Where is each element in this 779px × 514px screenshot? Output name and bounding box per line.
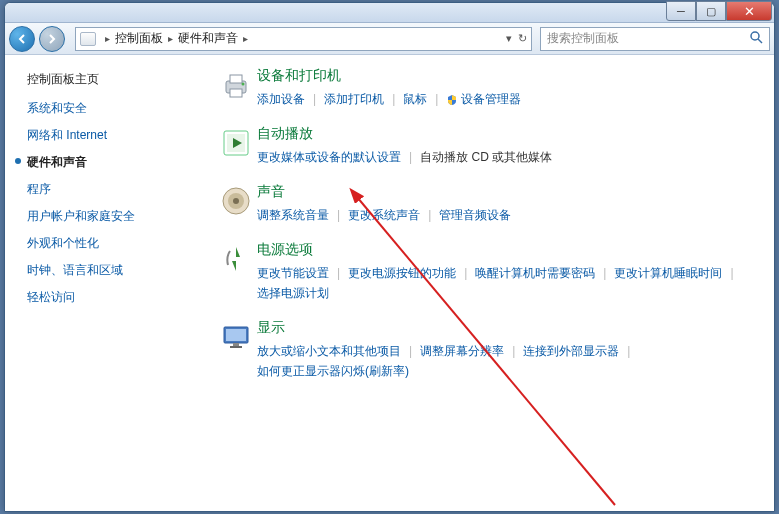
link-1-2: 自动播放 CD 或其他媒体 bbox=[420, 147, 552, 167]
svg-point-11 bbox=[233, 198, 239, 204]
main-panel: 设备和打印机添加设备|添加打印机|鼠标|设备管理器自动播放更改媒体或设备的默认设… bbox=[195, 55, 774, 511]
search-placeholder: 搜索控制面板 bbox=[547, 30, 619, 47]
breadcrumb-root[interactable]: 控制面板 bbox=[115, 30, 163, 47]
nav-back-button[interactable] bbox=[9, 26, 35, 52]
arrow-left-icon bbox=[16, 33, 28, 45]
control-panel-window: ─ ▢ ✕ ▸ 控制面板 ▸ 硬件和声音 ▸ ▾ ↻ 搜索控制面板 bbox=[4, 2, 775, 512]
link-0-0[interactable]: 添加设备 bbox=[257, 89, 305, 109]
autoplay-icon bbox=[215, 125, 257, 167]
separator: | bbox=[504, 341, 523, 361]
link-2-2[interactable]: 更改系统声音 bbox=[348, 205, 420, 225]
separator: | bbox=[401, 341, 420, 361]
section-title[interactable]: 自动播放 bbox=[257, 125, 754, 143]
link-2-4[interactable]: 管理音频设备 bbox=[439, 205, 511, 225]
separator: | bbox=[420, 205, 439, 225]
sidebar-item-4[interactable]: 用户帐户和家庭安全 bbox=[27, 208, 195, 225]
section-display: 显示放大或缩小文本和其他项目|调整屏幕分辨率|连接到外部显示器|如何更正显示器闪… bbox=[215, 319, 754, 381]
sidebar-item-2[interactable]: 硬件和声音 bbox=[27, 154, 195, 171]
sound-icon bbox=[215, 183, 257, 225]
svg-point-0 bbox=[751, 32, 759, 40]
separator: | bbox=[329, 263, 348, 283]
titlebar: ─ ▢ ✕ bbox=[5, 3, 774, 23]
separator: | bbox=[329, 205, 348, 225]
sidebar-title[interactable]: 控制面板主页 bbox=[27, 71, 195, 88]
sidebar-item-0[interactable]: 系统和安全 bbox=[27, 100, 195, 117]
section-sound: 声音调整系统音量|更改系统声音|管理音频设备 bbox=[215, 183, 754, 225]
sidebar-item-6[interactable]: 时钟、语言和区域 bbox=[27, 262, 195, 279]
link-3-6[interactable]: 更改计算机睡眠时间 bbox=[614, 263, 722, 283]
display-icon bbox=[215, 319, 257, 381]
svg-rect-3 bbox=[230, 75, 242, 83]
link-2-0[interactable]: 调整系统音量 bbox=[257, 205, 329, 225]
control-panel-icon bbox=[80, 32, 96, 46]
link-4-6[interactable]: 如何更正显示器闪烁(刷新率) bbox=[257, 361, 409, 381]
svg-rect-15 bbox=[230, 346, 242, 348]
link-0-2[interactable]: 添加打印机 bbox=[324, 89, 384, 109]
separator: | bbox=[456, 263, 475, 283]
link-0-6[interactable]: 设备管理器 bbox=[446, 89, 521, 109]
link-3-8[interactable]: 选择电源计划 bbox=[257, 283, 329, 303]
section-title[interactable]: 显示 bbox=[257, 319, 754, 337]
search-input[interactable]: 搜索控制面板 bbox=[540, 27, 770, 51]
sidebar-item-5[interactable]: 外观和个性化 bbox=[27, 235, 195, 252]
sidebar-item-3[interactable]: 程序 bbox=[27, 181, 195, 198]
link-3-4[interactable]: 唤醒计算机时需要密码 bbox=[475, 263, 595, 283]
power-icon bbox=[215, 241, 257, 303]
printer-icon bbox=[215, 67, 257, 109]
separator: | bbox=[384, 89, 403, 109]
dropdown-arrow-icon[interactable]: ▾ bbox=[506, 32, 512, 45]
section-printer: 设备和打印机添加设备|添加打印机|鼠标|设备管理器 bbox=[215, 67, 754, 109]
sidebar: 控制面板主页 系统和安全网络和 Internet硬件和声音程序用户帐户和家庭安全… bbox=[5, 55, 195, 511]
chevron-right-icon: ▸ bbox=[165, 33, 176, 44]
breadcrumb[interactable]: ▸ 控制面板 ▸ 硬件和声音 ▸ ▾ ↻ bbox=[75, 27, 532, 51]
section-title[interactable]: 声音 bbox=[257, 183, 754, 201]
link-1-0[interactable]: 更改媒体或设备的默认设置 bbox=[257, 147, 401, 167]
link-0-4[interactable]: 鼠标 bbox=[403, 89, 427, 109]
breadcrumb-current[interactable]: 硬件和声音 bbox=[178, 30, 238, 47]
content-area: 控制面板主页 系统和安全网络和 Internet硬件和声音程序用户帐户和家庭安全… bbox=[5, 55, 774, 511]
separator: | bbox=[427, 89, 446, 109]
navigation-bar: ▸ 控制面板 ▸ 硬件和声音 ▸ ▾ ↻ 搜索控制面板 bbox=[5, 23, 774, 55]
chevron-right-icon: ▸ bbox=[102, 33, 113, 44]
chevron-right-icon: ▸ bbox=[240, 33, 251, 44]
separator: | bbox=[619, 341, 638, 361]
svg-rect-13 bbox=[226, 329, 246, 341]
section-power: 电源选项更改节能设置|更改电源按钮的功能|唤醒计算机时需要密码|更改计算机睡眠时… bbox=[215, 241, 754, 303]
svg-rect-4 bbox=[230, 89, 242, 97]
refresh-icon[interactable]: ↻ bbox=[518, 32, 527, 45]
separator: | bbox=[401, 147, 420, 167]
maximize-button[interactable]: ▢ bbox=[696, 1, 726, 21]
section-autoplay: 自动播放更改媒体或设备的默认设置|自动播放 CD 或其他媒体 bbox=[215, 125, 754, 167]
minimize-button[interactable]: ─ bbox=[666, 1, 696, 21]
link-4-0[interactable]: 放大或缩小文本和其他项目 bbox=[257, 341, 401, 361]
separator: | bbox=[722, 263, 741, 283]
sidebar-item-7[interactable]: 轻松访问 bbox=[27, 289, 195, 306]
close-button[interactable]: ✕ bbox=[726, 1, 772, 21]
link-3-2[interactable]: 更改电源按钮的功能 bbox=[348, 263, 456, 283]
svg-line-1 bbox=[758, 39, 762, 43]
sidebar-item-1[interactable]: 网络和 Internet bbox=[27, 127, 195, 144]
link-4-2[interactable]: 调整屏幕分辨率 bbox=[420, 341, 504, 361]
svg-point-5 bbox=[242, 83, 245, 86]
svg-rect-14 bbox=[233, 343, 239, 346]
arrow-right-icon bbox=[46, 33, 58, 45]
shield-icon bbox=[446, 94, 458, 106]
section-title[interactable]: 电源选项 bbox=[257, 241, 754, 259]
nav-forward-button[interactable] bbox=[39, 26, 65, 52]
section-title[interactable]: 设备和打印机 bbox=[257, 67, 754, 85]
separator: | bbox=[305, 89, 324, 109]
link-3-0[interactable]: 更改节能设置 bbox=[257, 263, 329, 283]
link-4-4[interactable]: 连接到外部显示器 bbox=[523, 341, 619, 361]
separator: | bbox=[595, 263, 614, 283]
search-icon bbox=[749, 30, 763, 47]
